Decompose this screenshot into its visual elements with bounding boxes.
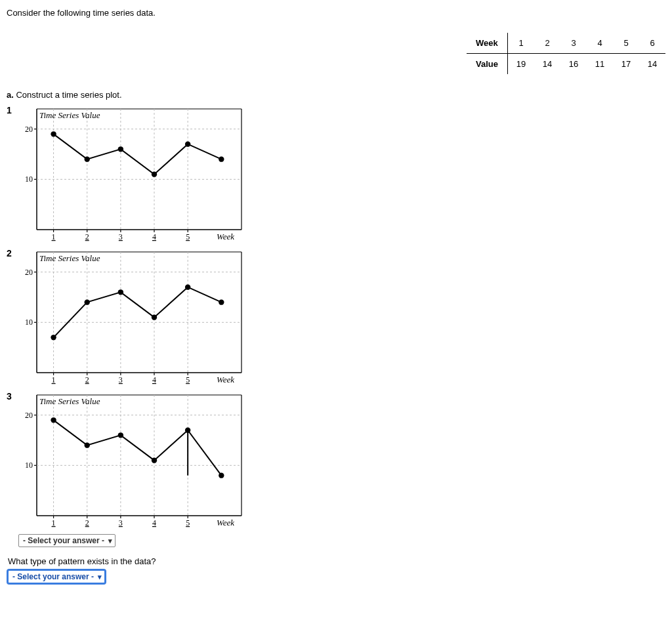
select-chart-answer[interactable]: - Select your answer - ▾	[18, 534, 116, 547]
svg-text:20: 20	[25, 125, 33, 134]
svg-text:Week: Week	[217, 375, 234, 384]
select-placeholder: - Select your answer -	[12, 572, 94, 581]
svg-point-95	[85, 442, 90, 447]
chart-svg-1: 102012345Time Series ValueWeek	[18, 105, 248, 243]
followup-question: What type of pattern exists in the data?	[8, 556, 665, 566]
value-cell: 19	[508, 54, 535, 75]
svg-text:Time   Series    Value: Time Series Value	[39, 110, 100, 120]
svg-text:2: 2	[85, 518, 89, 527]
svg-text:4: 4	[152, 232, 156, 241]
svg-text:Week: Week	[217, 232, 234, 241]
svg-point-28	[85, 156, 90, 161]
chevron-down-icon: ▾	[98, 573, 102, 581]
question-a: a. Construct a time series plot.	[7, 90, 665, 100]
svg-text:10: 10	[25, 318, 33, 327]
svg-point-31	[185, 141, 190, 146]
svg-point-30	[152, 171, 157, 176]
value-cell: 14	[534, 54, 560, 75]
row-label-week: Week	[467, 33, 507, 54]
svg-text:3: 3	[119, 518, 123, 527]
value-cell: 17	[613, 54, 639, 75]
week-cell: 6	[639, 33, 665, 54]
select-placeholder: - Select your answer -	[23, 536, 104, 545]
svg-text:4: 4	[152, 518, 156, 527]
table-row: Week 1 2 3 4 5 6	[467, 33, 665, 54]
svg-point-32	[219, 156, 224, 161]
svg-point-61	[85, 299, 90, 304]
question-a-text: Construct a time series plot.	[14, 90, 122, 100]
svg-text:2: 2	[85, 375, 89, 384]
svg-point-96	[118, 432, 123, 438]
week-cell: 3	[560, 33, 587, 54]
chart-number: 3	[7, 391, 18, 402]
svg-point-62	[118, 289, 123, 295]
svg-text:2: 2	[85, 232, 89, 241]
chart-option-3[interactable]: 3 102012345Time Series ValueWeek	[7, 391, 665, 529]
svg-text:1: 1	[52, 232, 56, 241]
chart-number: 2	[7, 248, 18, 258]
select-pattern-answer[interactable]: - Select your answer - ▾	[8, 570, 105, 583]
svg-point-29	[118, 146, 123, 152]
svg-point-27	[51, 131, 56, 136]
row-label-value: Value	[467, 54, 507, 75]
svg-text:20: 20	[25, 268, 33, 277]
svg-text:3: 3	[119, 375, 123, 384]
value-cell: 14	[639, 54, 665, 75]
table-row: Value 19 14 16 11 17 14	[467, 54, 665, 75]
data-table: Week 1 2 3 4 5 6 Value 19 14 16 11 17 14	[467, 33, 665, 74]
svg-text:10: 10	[25, 175, 33, 184]
svg-point-64	[185, 284, 190, 289]
prompt-text: Consider the following time series data.	[7, 7, 156, 18]
svg-text:5: 5	[186, 232, 190, 241]
svg-text:1: 1	[52, 518, 56, 527]
svg-point-63	[152, 314, 157, 320]
week-cell: 5	[613, 33, 639, 54]
svg-point-94	[51, 417, 56, 423]
svg-point-60	[51, 335, 56, 340]
week-cell: 4	[587, 33, 613, 54]
value-cell: 16	[560, 54, 587, 75]
chart-option-2[interactable]: 2 102012345Time Series ValueWeek	[7, 248, 665, 386]
week-cell: 1	[508, 33, 535, 54]
charts-container: 1 102012345Time Series ValueWeek 2 10201…	[7, 105, 665, 529]
chevron-down-icon: ▾	[108, 537, 112, 545]
svg-text:1: 1	[52, 375, 56, 384]
top-row: Consider the following time series data.…	[7, 7, 665, 74]
week-cell: 2	[534, 33, 560, 54]
svg-text:10: 10	[25, 461, 33, 470]
svg-point-97	[152, 457, 157, 463]
svg-text:5: 5	[186, 518, 190, 527]
chart-svg-3: 102012345Time Series ValueWeek	[18, 391, 248, 529]
svg-text:3: 3	[119, 232, 123, 241]
svg-text:Time   Series    Value: Time Series Value	[39, 396, 100, 406]
page: Consider the following time series data.…	[0, 0, 672, 596]
question-a-label: a.	[7, 90, 14, 100]
chart-number: 1	[7, 105, 18, 115]
chart-svg-2: 102012345Time Series ValueWeek	[18, 248, 248, 386]
svg-text:20: 20	[25, 411, 33, 420]
svg-text:4: 4	[152, 375, 156, 384]
svg-point-99	[219, 472, 224, 478]
value-cell: 11	[587, 54, 613, 75]
svg-text:5: 5	[186, 375, 190, 384]
svg-point-98	[185, 427, 190, 432]
svg-text:Week: Week	[217, 518, 234, 527]
svg-point-65	[219, 299, 224, 304]
svg-text:Time   Series    Value: Time Series Value	[39, 253, 100, 263]
chart-option-1[interactable]: 1 102012345Time Series ValueWeek	[7, 105, 665, 243]
